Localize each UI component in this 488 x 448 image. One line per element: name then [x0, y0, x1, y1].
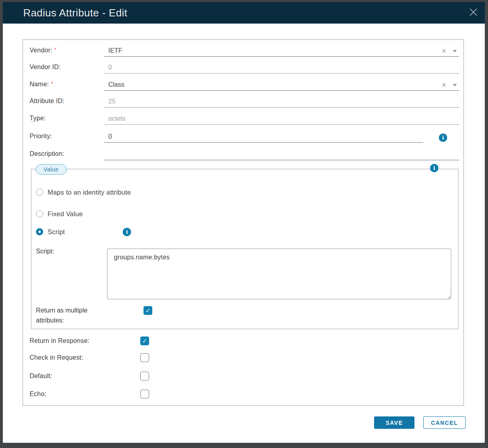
- attribute-id-row: Attribute ID:: [30, 94, 459, 108]
- save-button[interactable]: SAVE: [374, 416, 414, 429]
- type-row: Type:: [30, 111, 459, 125]
- description-row: Description:: [30, 147, 459, 160]
- default-label: Default:: [30, 372, 140, 380]
- cancel-button[interactable]: CANCEL: [423, 416, 466, 429]
- radius-attribute-edit-dialog: Radius Attribute - Edit Vendor:* × ▼ Ven…: [3, 2, 485, 443]
- vendor-id-row: Vendor ID:: [30, 60, 459, 74]
- value-badge: Value: [36, 164, 67, 175]
- check-in-request-row: Check in Request: ✓: [30, 353, 149, 362]
- name-label: Name:*: [30, 80, 104, 91]
- return-in-response-row: Return in Response: ✓: [30, 336, 149, 345]
- default-row: Default: ✓: [30, 372, 149, 380]
- radio-icon[interactable]: [36, 228, 43, 235]
- close-icon[interactable]: [468, 7, 478, 17]
- value-section: Value i Maps to an identity attribute Fi…: [31, 169, 459, 329]
- description-label: Description:: [30, 150, 104, 160]
- attribute-id-field: [104, 94, 459, 108]
- script-label: Script:: [36, 248, 54, 255]
- value-section-info-icon[interactable]: i: [430, 164, 438, 172]
- chevron-down-icon[interactable]: ▼: [452, 83, 458, 87]
- radio-label: Script: [48, 228, 65, 236]
- radio-icon[interactable]: [36, 210, 43, 217]
- attribute-id-label: Attribute ID:: [30, 98, 104, 108]
- echo-label: Echo:: [30, 390, 140, 398]
- vendor-row: Vendor:* × ▼: [30, 43, 459, 57]
- vendor-id-field: [104, 60, 459, 74]
- required-marker: *: [51, 80, 53, 87]
- return-in-response-checkbox[interactable]: ✓: [140, 336, 149, 345]
- type-field: [104, 111, 459, 125]
- dialog-title: Radius Attribute - Edit: [23, 7, 127, 19]
- priority-info-icon[interactable]: i: [439, 133, 447, 142]
- type-input: [108, 115, 459, 122]
- clear-icon[interactable]: ×: [442, 82, 446, 88]
- form-container: Vendor:* × ▼ Vendor ID: Name:* ×: [22, 39, 464, 406]
- script-info-icon[interactable]: i: [123, 228, 131, 236]
- radio-icon[interactable]: [36, 189, 43, 196]
- priority-label: Priority:: [30, 133, 104, 143]
- return-in-response-label: Return in Response:: [30, 337, 140, 344]
- multi-attributes-checkbox[interactable]: ✓: [143, 306, 152, 315]
- type-label: Type:: [30, 115, 104, 125]
- name-combobox[interactable]: × ▼: [104, 77, 459, 91]
- attribute-id-input: [108, 98, 459, 105]
- radio-maps-identity[interactable]: Maps to an identity attribute: [36, 189, 131, 196]
- check-in-request-label: Check in Request:: [30, 354, 140, 361]
- priority-input[interactable]: [108, 133, 423, 140]
- multi-attributes-label: Return as multiple attributes:: [36, 305, 116, 325]
- vendor-id-input: [108, 64, 459, 71]
- priority-row: Priority:: [30, 129, 459, 143]
- vendor-id-label: Vendor ID:: [30, 64, 104, 74]
- dialog-header: Radius Attribute - Edit: [3, 2, 485, 24]
- chevron-down-icon[interactable]: ▼: [452, 49, 458, 53]
- required-marker: *: [54, 46, 57, 53]
- script-textarea[interactable]: groups.name.bytes: [107, 249, 451, 299]
- echo-checkbox[interactable]: ✓: [140, 390, 149, 398]
- default-checkbox[interactable]: ✓: [140, 372, 149, 380]
- name-input[interactable]: [108, 81, 438, 88]
- vendor-combobox[interactable]: × ▼: [104, 43, 459, 57]
- radio-label: Maps to an identity attribute: [48, 189, 131, 196]
- description-field[interactable]: [104, 147, 459, 160]
- name-row: Name:* × ▼: [30, 77, 459, 91]
- check-in-request-checkbox[interactable]: ✓: [140, 353, 149, 362]
- radio-label: Fixed Value: [48, 210, 83, 218]
- clear-icon[interactable]: ×: [442, 48, 446, 54]
- radio-fixed-value[interactable]: Fixed Value: [36, 210, 83, 217]
- priority-field[interactable]: [104, 129, 423, 143]
- description-input[interactable]: [108, 151, 459, 158]
- radio-script[interactable]: Script: [36, 228, 65, 235]
- echo-row: Echo: ✓: [30, 390, 149, 398]
- vendor-input[interactable]: [108, 47, 438, 54]
- vendor-label: Vendor:*: [30, 46, 104, 57]
